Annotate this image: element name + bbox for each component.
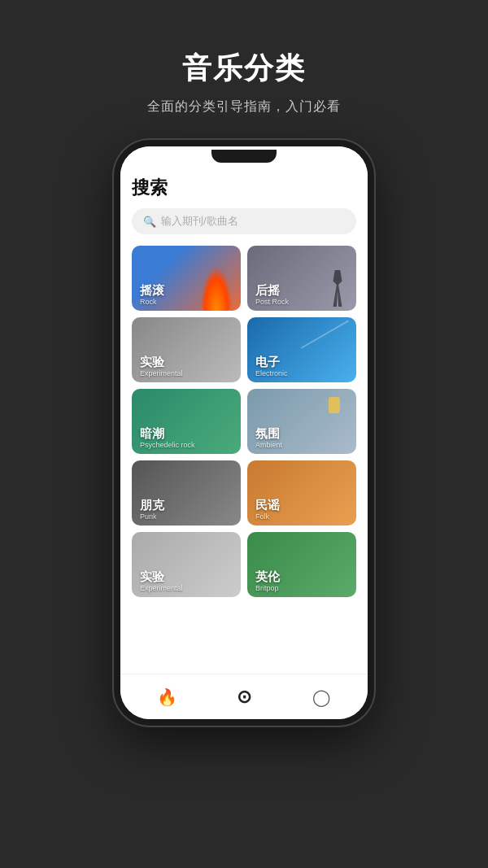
card-chinese-rock: 摇滚 bbox=[140, 283, 164, 298]
genre-card-rock[interactable]: 摇滚Rock bbox=[132, 246, 241, 311]
card-english-ambient: Ambient bbox=[255, 441, 282, 449]
genre-card-punk[interactable]: 朋克Punk bbox=[132, 460, 241, 526]
app-content: 搜索 🔍 输入期刊/歌曲名 摇滚Rock后摇Post Rock实验Experim… bbox=[120, 166, 368, 674]
genre-card-postrock[interactable]: 后摇Post Rock bbox=[247, 246, 356, 311]
profile-icon: ◯ bbox=[312, 687, 330, 707]
genre-card-folk[interactable]: 民谣Folk bbox=[247, 460, 356, 526]
card-chinese-punk: 朋克 bbox=[140, 498, 164, 513]
card-text-rock: 摇滚Rock bbox=[140, 283, 164, 306]
genre-card-experimental[interactable]: 实验Experimental bbox=[132, 317, 241, 382]
nav-profile[interactable]: ◯ bbox=[301, 681, 342, 713]
phone-frame: 搜索 🔍 输入期刊/歌曲名 摇滚Rock后摇Post Rock实验Experim… bbox=[114, 140, 374, 726]
home-icon: 🔥 bbox=[157, 687, 177, 707]
card-chinese-folk: 民谣 bbox=[255, 498, 280, 513]
card-chinese-britpop: 英伦 bbox=[255, 569, 280, 584]
lantern-decoration bbox=[329, 397, 340, 413]
search-nav-icon: ⊙ bbox=[237, 687, 251, 708]
card-text-folk: 民谣Folk bbox=[255, 498, 280, 521]
card-english-punk: Punk bbox=[140, 513, 164, 521]
card-english-britpop: Britpop bbox=[255, 584, 280, 592]
card-text-britpop: 英伦Britpop bbox=[255, 569, 280, 592]
flame-decoration bbox=[200, 266, 233, 311]
page-subtitle: 全面的分类引导指南，入门必看 bbox=[147, 98, 341, 116]
genre-card-electronic[interactable]: 电子Electronic bbox=[247, 317, 356, 382]
card-english-psychedelic: Psychedelic rock bbox=[140, 441, 195, 449]
page-title: 音乐分类 bbox=[147, 49, 341, 89]
genre-card-experimental2[interactable]: 实验Experimental bbox=[132, 532, 241, 597]
nav-search[interactable]: ⊙ bbox=[224, 681, 264, 713]
notch bbox=[211, 150, 277, 163]
card-text-punk: 朋克Punk bbox=[140, 498, 164, 521]
card-text-psychedelic: 暗潮Psychedelic rock bbox=[140, 426, 195, 449]
phone-screen: 搜索 🔍 输入期刊/歌曲名 摇滚Rock后摇Post Rock实验Experim… bbox=[120, 146, 368, 719]
card-chinese-experimental: 实验 bbox=[140, 355, 183, 369]
card-english-experimental: Experimental bbox=[140, 369, 183, 377]
search-bar[interactable]: 🔍 输入期刊/歌曲名 bbox=[132, 208, 356, 234]
nav-home[interactable]: 🔥 bbox=[146, 681, 187, 713]
decorative-line bbox=[301, 320, 349, 348]
person-decoration bbox=[329, 270, 346, 307]
genre-card-psychedelic[interactable]: 暗潮Psychedelic rock bbox=[132, 389, 241, 454]
card-chinese-psychedelic: 暗潮 bbox=[140, 426, 195, 441]
card-text-experimental2: 实验Experimental bbox=[140, 569, 183, 592]
genre-card-ambient[interactable]: 氛围Ambient bbox=[247, 389, 356, 454]
bottom-nav: 🔥 ⊙ ◯ bbox=[120, 674, 368, 719]
search-placeholder-text: 输入期刊/歌曲名 bbox=[161, 214, 238, 229]
card-english-electronic: Electronic bbox=[255, 369, 288, 377]
genre-card-britpop[interactable]: 英伦Britpop bbox=[247, 532, 356, 597]
card-english-folk: Folk bbox=[255, 513, 280, 521]
genre-grid: 摇滚Rock后摇Post Rock实验Experimental电子Electro… bbox=[132, 246, 356, 605]
card-chinese-experimental2: 实验 bbox=[140, 569, 183, 584]
card-chinese-electronic: 电子 bbox=[255, 355, 288, 369]
status-bar bbox=[120, 146, 368, 166]
card-text-postrock: 后摇Post Rock bbox=[255, 283, 289, 306]
card-chinese-postrock: 后摇 bbox=[255, 283, 289, 298]
card-english-postrock: Post Rock bbox=[255, 298, 289, 306]
card-chinese-ambient: 氛围 bbox=[255, 426, 282, 441]
card-english-rock: Rock bbox=[140, 298, 164, 306]
card-text-ambient: 氛围Ambient bbox=[255, 426, 282, 449]
card-text-electronic: 电子Electronic bbox=[255, 355, 288, 377]
card-text-experimental: 实验Experimental bbox=[140, 355, 183, 377]
search-page-header: 搜索 bbox=[132, 176, 356, 200]
card-english-experimental2: Experimental bbox=[140, 584, 183, 592]
page-header: 音乐分类 全面的分类引导指南，入门必看 bbox=[131, 0, 357, 140]
search-icon: 🔍 bbox=[143, 216, 156, 228]
